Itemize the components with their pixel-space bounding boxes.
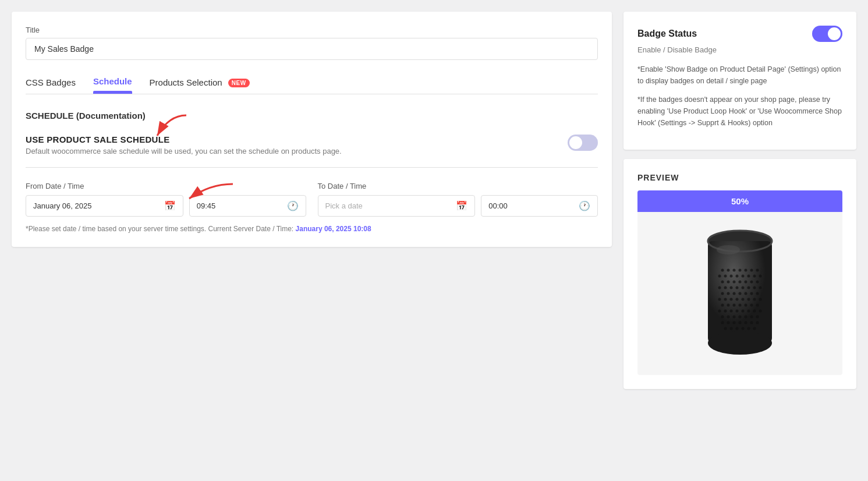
content-area: SCHEDULE (Documentation) USE PRODUCT SAL… [26, 111, 598, 233]
preview-label: PREVIEW [637, 173, 842, 182]
svg-point-47 [742, 298, 745, 301]
server-time-value: January 06, 2025 10:08 [296, 225, 371, 233]
svg-point-45 [730, 298, 733, 301]
clock-icon-to: 🕐 [579, 200, 590, 211]
svg-point-35 [759, 287, 762, 289]
badge-status-row: Badge Status [637, 26, 842, 42]
svg-point-38 [733, 292, 736, 295]
svg-point-51 [721, 304, 724, 307]
from-date-input[interactable]: January 06, 2025 📅 [26, 195, 183, 217]
svg-point-81 [730, 327, 733, 330]
badge-status-subtitle: Enable / Disable Badge [637, 45, 842, 54]
badge-status-toggle[interactable] [812, 26, 842, 42]
to-date-placeholder: Pick a date [325, 201, 452, 210]
svg-point-32 [742, 287, 745, 289]
toggle-slider [568, 135, 598, 151]
preview-badge-bar: 50% [637, 190, 842, 212]
from-date-label: From Date / Time [26, 182, 306, 190]
badge-toggle-slider [812, 26, 842, 42]
from-datetime-inputs: January 06, 2025 📅 09:45 🕐 [26, 195, 306, 217]
svg-point-31 [736, 287, 739, 289]
svg-point-22 [727, 281, 730, 284]
svg-point-8 [733, 269, 736, 272]
svg-point-4 [708, 331, 772, 355]
svg-point-65 [759, 310, 762, 313]
svg-point-62 [742, 310, 745, 313]
calendar-icon-from: 📅 [164, 200, 176, 211]
svg-point-23 [733, 281, 736, 284]
svg-point-76 [739, 321, 742, 324]
from-time-value: 09:45 [197, 201, 282, 210]
svg-point-29 [724, 287, 727, 289]
tab-schedule[interactable]: Schedule [93, 76, 132, 94]
setting-row: USE PRODUCT SALE SCHEDULE Default woocom… [26, 135, 598, 155]
svg-point-85 [753, 327, 756, 330]
divider [26, 167, 598, 168]
svg-point-80 [724, 327, 727, 330]
to-time-value: 00:00 [488, 201, 574, 210]
svg-point-67 [727, 316, 730, 319]
svg-point-42 [756, 292, 759, 295]
badge-status-card: Badge Status Enable / Disable Badge *Ena… [623, 12, 856, 150]
svg-point-7 [727, 269, 730, 272]
svg-point-30 [730, 287, 733, 289]
clock-icon-from: 🕐 [287, 200, 299, 211]
svg-point-68 [733, 316, 736, 319]
svg-point-49 [753, 298, 756, 301]
to-datetime-inputs: Pick a date 📅 00:00 🕐 [318, 195, 598, 217]
svg-point-24 [739, 281, 742, 284]
tab-products-selection[interactable]: Products Selection NEW [150, 77, 250, 93]
svg-point-16 [736, 275, 739, 278]
tabs-row: CSS Badges Schedule Products Selection N… [26, 76, 598, 94]
title-input[interactable] [26, 38, 598, 60]
svg-point-75 [733, 321, 736, 324]
datetime-row: From Date / Time January 06, 2025 📅 09:4… [26, 182, 598, 217]
svg-point-9 [739, 269, 742, 272]
svg-point-86 [717, 245, 740, 254]
svg-point-46 [736, 298, 739, 301]
svg-point-57 [756, 304, 759, 307]
svg-point-64 [753, 310, 756, 313]
svg-point-18 [747, 275, 750, 278]
svg-point-83 [742, 327, 745, 330]
svg-point-41 [750, 292, 753, 295]
svg-point-71 [750, 316, 753, 319]
preview-card: PREVIEW 50% [623, 159, 856, 389]
svg-point-26 [750, 281, 753, 284]
svg-point-25 [745, 281, 747, 284]
svg-point-20 [759, 275, 762, 278]
svg-point-27 [756, 281, 759, 284]
svg-point-72 [756, 316, 759, 319]
svg-point-63 [747, 310, 750, 313]
to-datetime-group: To Date / Time Pick a date 📅 00:00 🕐 [318, 182, 598, 217]
svg-point-66 [721, 316, 724, 319]
svg-point-6 [721, 269, 724, 272]
svg-point-34 [753, 287, 756, 289]
svg-point-54 [739, 304, 742, 307]
server-time-note: *Please set date / time based on your se… [26, 225, 598, 233]
svg-point-55 [745, 304, 747, 307]
title-label: Title [26, 26, 598, 34]
svg-point-77 [745, 321, 747, 324]
to-date-input[interactable]: Pick a date 📅 [318, 195, 476, 217]
tab-css-badges[interactable]: CSS Badges [26, 77, 76, 93]
from-time-input[interactable]: 09:45 🕐 [189, 195, 306, 217]
badge-note-2: *If the badges doesn't appear on your sh… [637, 94, 842, 129]
use-schedule-toggle[interactable] [568, 135, 598, 151]
svg-point-48 [747, 298, 750, 301]
badge-status-title: Badge Status [637, 29, 697, 39]
svg-point-12 [756, 269, 759, 272]
svg-point-73 [721, 321, 724, 324]
calendar-icon-to: 📅 [456, 200, 467, 211]
badge-note-1: *Enable 'Show Badge on Product Detail Pa… [637, 63, 842, 87]
to-time-input[interactable]: 00:00 🕐 [481, 195, 598, 217]
svg-point-82 [736, 327, 739, 330]
svg-point-14 [724, 275, 727, 278]
svg-point-69 [739, 316, 742, 319]
to-date-label: To Date / Time [318, 182, 598, 190]
svg-point-78 [750, 321, 753, 324]
svg-point-28 [718, 287, 721, 289]
svg-point-56 [750, 304, 753, 307]
svg-point-33 [747, 287, 750, 289]
svg-point-17 [742, 275, 745, 278]
